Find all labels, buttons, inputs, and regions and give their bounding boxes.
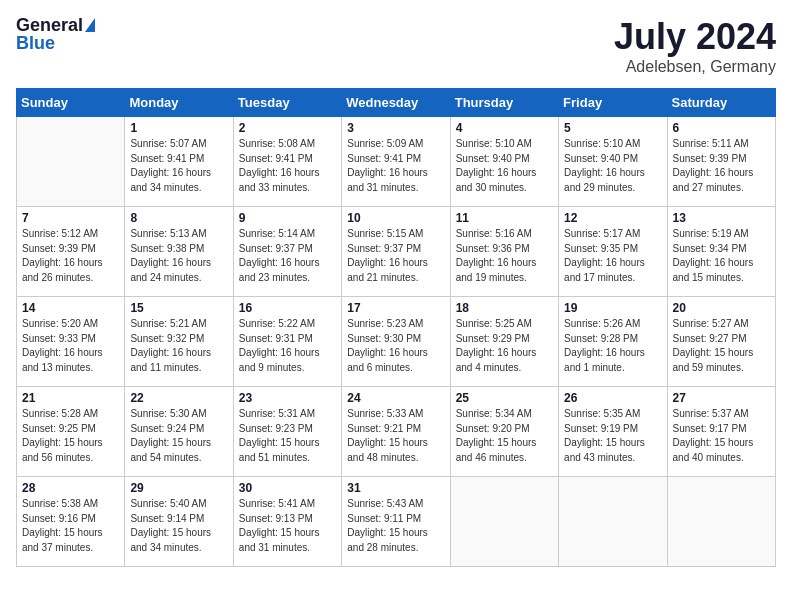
calendar-cell: 25Sunrise: 5:34 AMSunset: 9:20 PMDayligh… (450, 387, 558, 477)
calendar-cell: 21Sunrise: 5:28 AMSunset: 9:25 PMDayligh… (17, 387, 125, 477)
day-info: Sunrise: 5:09 AMSunset: 9:41 PMDaylight:… (347, 137, 444, 195)
calendar-cell: 30Sunrise: 5:41 AMSunset: 9:13 PMDayligh… (233, 477, 341, 567)
day-number: 11 (456, 211, 553, 225)
logo-triangle-icon (85, 18, 95, 32)
calendar-cell: 10Sunrise: 5:15 AMSunset: 9:37 PMDayligh… (342, 207, 450, 297)
calendar-week-row: 28Sunrise: 5:38 AMSunset: 9:16 PMDayligh… (17, 477, 776, 567)
day-number: 23 (239, 391, 336, 405)
calendar-cell (17, 117, 125, 207)
day-info: Sunrise: 5:34 AMSunset: 9:20 PMDaylight:… (456, 407, 553, 465)
day-info: Sunrise: 5:20 AMSunset: 9:33 PMDaylight:… (22, 317, 119, 375)
day-number: 30 (239, 481, 336, 495)
calendar-cell: 5Sunrise: 5:10 AMSunset: 9:40 PMDaylight… (559, 117, 667, 207)
day-number: 10 (347, 211, 444, 225)
calendar-cell: 16Sunrise: 5:22 AMSunset: 9:31 PMDayligh… (233, 297, 341, 387)
day-number: 21 (22, 391, 119, 405)
calendar-cell: 23Sunrise: 5:31 AMSunset: 9:23 PMDayligh… (233, 387, 341, 477)
day-number: 8 (130, 211, 227, 225)
day-info: Sunrise: 5:26 AMSunset: 9:28 PMDaylight:… (564, 317, 661, 375)
calendar-cell (559, 477, 667, 567)
day-info: Sunrise: 5:33 AMSunset: 9:21 PMDaylight:… (347, 407, 444, 465)
day-number: 4 (456, 121, 553, 135)
day-number: 16 (239, 301, 336, 315)
col-header-friday: Friday (559, 89, 667, 117)
calendar-week-row: 7Sunrise: 5:12 AMSunset: 9:39 PMDaylight… (17, 207, 776, 297)
day-info: Sunrise: 5:10 AMSunset: 9:40 PMDaylight:… (564, 137, 661, 195)
col-header-wednesday: Wednesday (342, 89, 450, 117)
calendar-header-row: SundayMondayTuesdayWednesdayThursdayFrid… (17, 89, 776, 117)
logo-general-text: General (16, 16, 83, 34)
day-number: 22 (130, 391, 227, 405)
calendar-cell (450, 477, 558, 567)
day-number: 26 (564, 391, 661, 405)
calendar-cell: 6Sunrise: 5:11 AMSunset: 9:39 PMDaylight… (667, 117, 775, 207)
title-area: July 2024 Adelebsen, Germany (614, 16, 776, 76)
calendar-cell: 20Sunrise: 5:27 AMSunset: 9:27 PMDayligh… (667, 297, 775, 387)
day-number: 2 (239, 121, 336, 135)
day-number: 17 (347, 301, 444, 315)
day-info: Sunrise: 5:13 AMSunset: 9:38 PMDaylight:… (130, 227, 227, 285)
calendar-cell: 1Sunrise: 5:07 AMSunset: 9:41 PMDaylight… (125, 117, 233, 207)
calendar-week-row: 1Sunrise: 5:07 AMSunset: 9:41 PMDaylight… (17, 117, 776, 207)
day-number: 7 (22, 211, 119, 225)
day-number: 31 (347, 481, 444, 495)
calendar-cell: 28Sunrise: 5:38 AMSunset: 9:16 PMDayligh… (17, 477, 125, 567)
calendar-cell (667, 477, 775, 567)
calendar-cell: 3Sunrise: 5:09 AMSunset: 9:41 PMDaylight… (342, 117, 450, 207)
calendar-cell: 27Sunrise: 5:37 AMSunset: 9:17 PMDayligh… (667, 387, 775, 477)
calendar-week-row: 14Sunrise: 5:20 AMSunset: 9:33 PMDayligh… (17, 297, 776, 387)
day-info: Sunrise: 5:35 AMSunset: 9:19 PMDaylight:… (564, 407, 661, 465)
day-info: Sunrise: 5:07 AMSunset: 9:41 PMDaylight:… (130, 137, 227, 195)
day-info: Sunrise: 5:11 AMSunset: 9:39 PMDaylight:… (673, 137, 770, 195)
calendar-cell: 19Sunrise: 5:26 AMSunset: 9:28 PMDayligh… (559, 297, 667, 387)
day-number: 19 (564, 301, 661, 315)
day-number: 9 (239, 211, 336, 225)
col-header-tuesday: Tuesday (233, 89, 341, 117)
calendar-cell: 14Sunrise: 5:20 AMSunset: 9:33 PMDayligh… (17, 297, 125, 387)
day-number: 20 (673, 301, 770, 315)
calendar-cell: 31Sunrise: 5:43 AMSunset: 9:11 PMDayligh… (342, 477, 450, 567)
day-number: 24 (347, 391, 444, 405)
calendar-cell: 15Sunrise: 5:21 AMSunset: 9:32 PMDayligh… (125, 297, 233, 387)
calendar-cell: 11Sunrise: 5:16 AMSunset: 9:36 PMDayligh… (450, 207, 558, 297)
calendar-table: SundayMondayTuesdayWednesdayThursdayFrid… (16, 88, 776, 567)
calendar-cell: 18Sunrise: 5:25 AMSunset: 9:29 PMDayligh… (450, 297, 558, 387)
day-info: Sunrise: 5:21 AMSunset: 9:32 PMDaylight:… (130, 317, 227, 375)
calendar-cell: 13Sunrise: 5:19 AMSunset: 9:34 PMDayligh… (667, 207, 775, 297)
day-info: Sunrise: 5:37 AMSunset: 9:17 PMDaylight:… (673, 407, 770, 465)
col-header-thursday: Thursday (450, 89, 558, 117)
logo: General Blue (16, 16, 95, 52)
day-info: Sunrise: 5:23 AMSunset: 9:30 PMDaylight:… (347, 317, 444, 375)
calendar-cell: 22Sunrise: 5:30 AMSunset: 9:24 PMDayligh… (125, 387, 233, 477)
col-header-sunday: Sunday (17, 89, 125, 117)
day-number: 14 (22, 301, 119, 315)
calendar-cell: 17Sunrise: 5:23 AMSunset: 9:30 PMDayligh… (342, 297, 450, 387)
calendar-cell: 8Sunrise: 5:13 AMSunset: 9:38 PMDaylight… (125, 207, 233, 297)
day-info: Sunrise: 5:27 AMSunset: 9:27 PMDaylight:… (673, 317, 770, 375)
day-info: Sunrise: 5:19 AMSunset: 9:34 PMDaylight:… (673, 227, 770, 285)
logo-blue-text: Blue (16, 34, 55, 52)
day-info: Sunrise: 5:22 AMSunset: 9:31 PMDaylight:… (239, 317, 336, 375)
calendar-cell: 29Sunrise: 5:40 AMSunset: 9:14 PMDayligh… (125, 477, 233, 567)
day-number: 28 (22, 481, 119, 495)
day-info: Sunrise: 5:40 AMSunset: 9:14 PMDaylight:… (130, 497, 227, 555)
day-info: Sunrise: 5:31 AMSunset: 9:23 PMDaylight:… (239, 407, 336, 465)
calendar-cell: 4Sunrise: 5:10 AMSunset: 9:40 PMDaylight… (450, 117, 558, 207)
calendar-cell: 7Sunrise: 5:12 AMSunset: 9:39 PMDaylight… (17, 207, 125, 297)
day-info: Sunrise: 5:30 AMSunset: 9:24 PMDaylight:… (130, 407, 227, 465)
day-info: Sunrise: 5:08 AMSunset: 9:41 PMDaylight:… (239, 137, 336, 195)
month-year-title: July 2024 (614, 16, 776, 58)
day-info: Sunrise: 5:43 AMSunset: 9:11 PMDaylight:… (347, 497, 444, 555)
location-subtitle: Adelebsen, Germany (614, 58, 776, 76)
day-number: 5 (564, 121, 661, 135)
calendar-cell: 9Sunrise: 5:14 AMSunset: 9:37 PMDaylight… (233, 207, 341, 297)
day-number: 15 (130, 301, 227, 315)
day-info: Sunrise: 5:10 AMSunset: 9:40 PMDaylight:… (456, 137, 553, 195)
calendar-week-row: 21Sunrise: 5:28 AMSunset: 9:25 PMDayligh… (17, 387, 776, 477)
day-info: Sunrise: 5:38 AMSunset: 9:16 PMDaylight:… (22, 497, 119, 555)
day-number: 27 (673, 391, 770, 405)
day-number: 13 (673, 211, 770, 225)
day-number: 12 (564, 211, 661, 225)
day-info: Sunrise: 5:16 AMSunset: 9:36 PMDaylight:… (456, 227, 553, 285)
day-number: 3 (347, 121, 444, 135)
